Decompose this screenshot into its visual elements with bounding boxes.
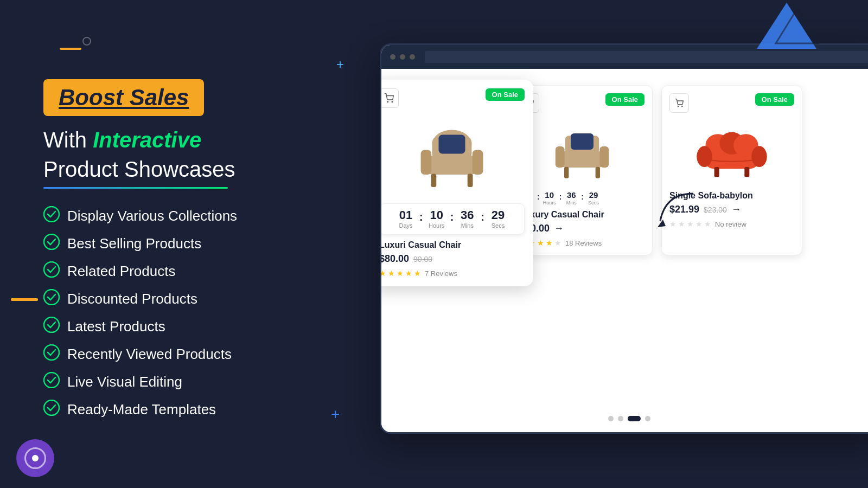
product-image-3 (669, 116, 794, 187)
svg-point-36 (751, 146, 767, 167)
headline-badge-text: Boost Sales (59, 85, 189, 110)
products-area: On Sale (381, 69, 868, 432)
check-icon-4 (43, 289, 60, 309)
countdown-timer-1: 01 Days : 10 Hours : 36 Mins (381, 203, 525, 235)
cart-button-3[interactable] (669, 93, 689, 113)
timer-secs-1: 29 Secs (488, 209, 508, 229)
feature-item-3: Related Products (43, 261, 315, 281)
browser-dot-1 (390, 54, 395, 60)
card-header-3: On Sale (669, 93, 794, 113)
star-2: ★ (388, 269, 395, 278)
card-header-2: On Sale (520, 93, 644, 113)
old-price-1: 90.00 (413, 255, 432, 264)
feature-item-1: Display Various Collections (43, 206, 315, 226)
product-name-2: Luxury Casual Chair (520, 210, 644, 220)
star-5: ★ (414, 269, 421, 278)
dot-2[interactable] (618, 416, 623, 421)
star-4: ★ (405, 269, 412, 278)
star-1: ★ (381, 269, 386, 278)
colon-2: : (450, 211, 454, 223)
svg-point-30 (682, 106, 682, 106)
old-price-3: $23.00 (704, 206, 727, 214)
svg-point-4 (44, 262, 59, 277)
star-5: ★ (704, 220, 711, 228)
browser-mockup: On Sale (380, 43, 868, 434)
dot-3-active[interactable] (628, 416, 641, 421)
feature-item-8: Ready-Made Templates (43, 400, 315, 420)
feature-list: Display Various Collections Best Selling… (43, 206, 315, 420)
star-5: ★ (554, 239, 561, 247)
pagination-dots (608, 416, 650, 421)
svg-rect-38 (744, 167, 749, 177)
browser-dot-3 (410, 54, 415, 60)
feature-item-5: Latest Products (43, 317, 315, 337)
svg-rect-26 (599, 146, 609, 168)
on-sale-badge-3: On Sale (755, 93, 794, 106)
secs-number-1: 29 (492, 209, 505, 221)
svg-rect-37 (714, 167, 719, 177)
arrow-right-3: → (731, 204, 741, 215)
svg-rect-24 (561, 151, 603, 168)
timer-days-1: 01 Days (395, 209, 416, 229)
left-panel: Boost Sales With Interactive Product Sho… (0, 0, 347, 488)
card-header-1: On Sale (381, 88, 525, 108)
svg-rect-17 (473, 150, 483, 175)
svg-point-35 (697, 146, 712, 167)
product-stars-2: ★ ★ ★ ★ ★ 18 Reviews (520, 239, 644, 247)
reviews-count-3: No review (715, 220, 746, 228)
reviews-count-2: 18 Reviews (565, 239, 602, 247)
svg-point-29 (678, 106, 678, 106)
mins-number-1: 36 (461, 209, 474, 221)
feature-text-6: Recently Viewed Products (67, 346, 232, 363)
triangle-deco (754, 0, 819, 56)
product-card-float: On Sale (381, 80, 533, 286)
check-icon-2 (43, 234, 60, 254)
feature-text-7: Live Visual Editing (67, 374, 182, 390)
product-name-1: Luxuri Casual Chair (381, 240, 525, 250)
days-label-1: Days (399, 222, 412, 229)
feature-text-4: Discounted Products (67, 291, 197, 307)
countdown-timer-2: 01Days : 10Hours : 36Mins : 29Secs (520, 191, 644, 206)
browser-dot-2 (400, 54, 405, 60)
check-icon-1 (43, 206, 60, 226)
check-icon-7 (43, 372, 60, 392)
logo-dot (32, 455, 39, 461)
product-price-2: $80.00 → (520, 223, 644, 234)
svg-point-8 (44, 373, 59, 388)
subheadline-line2: Product Showcases (43, 157, 315, 182)
interactive-text: Interactive (93, 128, 201, 152)
svg-point-9 (44, 400, 59, 415)
mins-label-1: Mins (461, 222, 474, 229)
secs-label-1: Secs (492, 222, 505, 229)
feature-item-7: Live Visual Editing (43, 372, 315, 392)
dot-1[interactable] (608, 416, 614, 421)
underline-bar (43, 187, 228, 189)
check-icon-5 (43, 317, 60, 337)
svg-point-11 (392, 101, 393, 102)
feature-text-3: Related Products (67, 263, 175, 280)
dot-4[interactable] (645, 416, 650, 421)
svg-rect-28 (596, 167, 600, 178)
svg-rect-16 (421, 150, 432, 175)
on-sale-badge-2: On Sale (605, 93, 644, 106)
right-panel: On Sale (347, 0, 868, 488)
svg-point-5 (44, 290, 59, 305)
feature-item-4: Discounted Products (43, 289, 315, 309)
feature-item-6: Recently Viewed Products (43, 344, 315, 364)
svg-rect-14 (439, 135, 465, 154)
svg-rect-23 (571, 133, 593, 150)
with-text: With (43, 128, 93, 152)
product-stars-1: ★ ★ ★ ★ ★ 7 Reviews (381, 269, 525, 278)
star-4: ★ (546, 239, 553, 247)
product-image-1 (381, 112, 525, 199)
star-3: ★ (537, 239, 544, 247)
svg-point-10 (387, 101, 388, 102)
svg-point-3 (44, 234, 59, 249)
cart-button-1[interactable] (381, 88, 399, 108)
arrow-right-2: → (554, 223, 564, 234)
feature-item-2: Best Selling Products (43, 234, 315, 254)
hours-label-1: Hours (429, 222, 444, 229)
check-icon-6 (43, 344, 60, 364)
logo-circle (16, 439, 54, 477)
svg-rect-25 (556, 146, 565, 168)
